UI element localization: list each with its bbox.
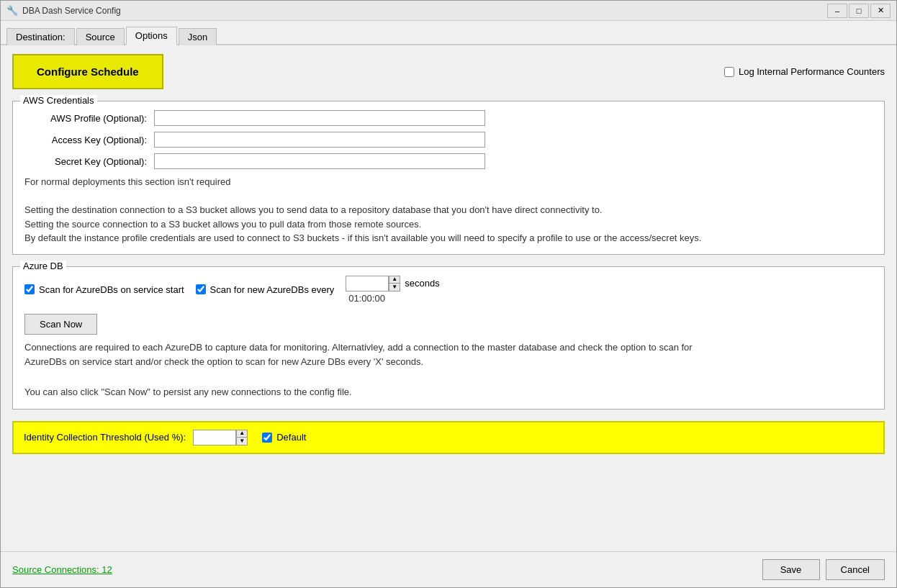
scan-on-start-label[interactable]: Scan for AzureDBs on service start <box>24 284 184 295</box>
title-bar: 🔧 DBA Dash Service Config – □ ✕ <box>1 1 896 21</box>
identity-spinner-up[interactable]: ▲ <box>237 430 247 438</box>
scan-interval-input[interactable]: 3600 <box>346 276 389 291</box>
aws-info-detail1: Setting the destination connection to a … <box>24 203 873 217</box>
azure-desc4: You can also click "Scan Now" to persist… <box>24 385 873 400</box>
tab-source[interactable]: Source <box>76 28 125 45</box>
app-icon: 🔧 <box>6 5 18 17</box>
window-title: DBA Dash Service Config <box>22 6 121 16</box>
cancel-button[interactable]: Cancel <box>826 559 885 580</box>
aws-profile-label: AWS Profile (Optional): <box>24 113 154 124</box>
secret-key-label: Secret Key (Optional): <box>24 156 154 167</box>
footer: Source Connections: 12 Save Cancel <box>1 551 896 587</box>
azure-desc2: AzureDBs on service start and/or check t… <box>24 355 873 370</box>
tab-bar: Destination: Source Options Json <box>1 21 896 45</box>
source-connections-link[interactable]: Source Connections: 12 <box>12 564 112 575</box>
footer-buttons: Save Cancel <box>762 559 885 580</box>
identity-label: Identity Collection Threshold (Used %): <box>24 432 186 443</box>
main-window: 🔧 DBA Dash Service Config – □ ✕ Destinat… <box>0 0 897 588</box>
identity-row: Identity Collection Threshold (Used %): … <box>12 421 885 454</box>
aws-profile-input[interactable] <box>154 110 485 126</box>
aws-credentials-title: AWS Credentials <box>20 95 97 106</box>
azure-options-row: Scan for AzureDBs on service start Scan … <box>24 276 873 304</box>
scan-on-start-checkbox[interactable] <box>24 284 35 294</box>
aws-credentials-section: AWS Credentials AWS Profile (Optional): … <box>12 101 885 255</box>
identity-spinner-row: 5 ▲ ▼ <box>193 430 248 445</box>
log-internal-label: Log Internal Performance Counters <box>739 66 885 77</box>
log-internal-row: Log Internal Performance Counters <box>724 66 885 77</box>
scan-now-button[interactable]: Scan Now <box>24 314 97 335</box>
maximize-button[interactable]: □ <box>849 4 869 18</box>
spinner-up-button[interactable]: ▲ <box>389 276 400 284</box>
identity-default-label[interactable]: Default <box>262 432 306 443</box>
azure-db-section: Azure DB Scan for AzureDBs on service st… <box>12 266 885 410</box>
spinner-input-row: 3600 ▲ ▼ seconds <box>346 276 439 291</box>
main-content: Configure Schedule Log Internal Performa… <box>1 45 896 551</box>
azure-desc1: Connections are required to each AzureDB… <box>24 340 873 356</box>
minimize-button[interactable]: – <box>827 4 847 18</box>
scan-interval-unit: seconds <box>405 278 439 289</box>
aws-profile-row: AWS Profile (Optional): <box>24 110 873 126</box>
azure-db-title: Azure DB <box>20 261 66 271</box>
configure-schedule-button[interactable]: Configure Schedule <box>12 54 163 89</box>
aws-info-detail3: By default the instance profile credenti… <box>24 231 873 245</box>
save-button[interactable]: Save <box>762 559 820 580</box>
title-bar-buttons: – □ ✕ <box>827 4 891 18</box>
identity-spinner-down[interactable]: ▼ <box>237 438 247 445</box>
spinner-down-button[interactable]: ▼ <box>389 284 400 291</box>
azure-description: Connections are required to each AzureDB… <box>24 340 873 400</box>
identity-threshold-spinner: ▲ ▼ <box>236 430 248 445</box>
access-key-label: Access Key (Optional): <box>24 135 154 145</box>
toolbar-row: Configure Schedule Log Internal Performa… <box>12 54 885 89</box>
secret-key-input[interactable] <box>154 153 485 169</box>
scan-interval-display: 01:00:00 <box>348 293 385 304</box>
scan-new-label[interactable]: Scan for new AzureDBs every <box>196 284 335 295</box>
tab-json[interactable]: Json <box>179 28 217 45</box>
title-bar-left: 🔧 DBA Dash Service Config <box>6 5 121 17</box>
scan-interval-spinner: ▲ ▼ <box>389 276 400 291</box>
tab-destination[interactable]: Destination: <box>6 28 75 45</box>
access-key-input[interactable] <box>154 132 485 148</box>
identity-threshold-input[interactable]: 5 <box>193 430 236 445</box>
access-key-row: Access Key (Optional): <box>24 132 873 148</box>
scan-interval-group: 3600 ▲ ▼ seconds 01:00:00 <box>346 276 439 304</box>
tab-options[interactable]: Options <box>126 27 177 45</box>
secret-key-row: Secret Key (Optional): <box>24 153 873 169</box>
close-button[interactable]: ✕ <box>870 4 891 18</box>
scan-new-checkbox[interactable] <box>196 284 206 294</box>
aws-info-normal: For normal deployments this section isn'… <box>24 175 873 189</box>
log-internal-checkbox[interactable] <box>724 67 734 77</box>
aws-info-detail2: Setting the source connection to a S3 bu… <box>24 217 873 232</box>
identity-default-checkbox[interactable] <box>262 433 272 443</box>
